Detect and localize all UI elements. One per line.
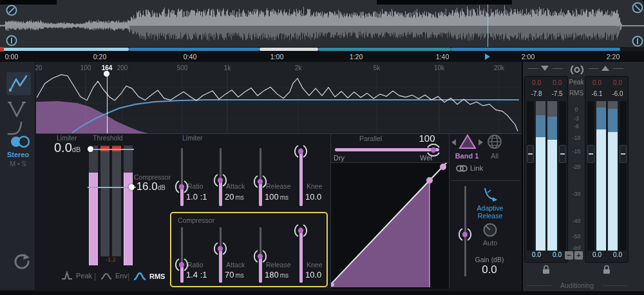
timeline-label: 0:20 (93, 53, 106, 61)
gain-fader-handle[interactable] (620, 145, 627, 163)
loop-start-bottom-button[interactable] (6, 35, 17, 46)
level-meter-bar (536, 101, 545, 251)
meter-scale-label: -15 (568, 148, 585, 155)
rms-value: -7.5 (551, 90, 562, 97)
frequency-axis-label: 500 (177, 64, 188, 71)
limiter-threshold-node[interactable] (440, 164, 446, 170)
waveform-display[interactable] (0, 5, 644, 47)
input-gain-down-icon[interactable] (541, 66, 549, 71)
frequency-axis-label: 200 (117, 64, 128, 71)
scrollbar-segment[interactable] (260, 48, 318, 51)
scrollbar-segment[interactable] (129, 48, 260, 51)
compressor-threshold-line[interactable] (88, 187, 134, 188)
band-selector-label[interactable]: Band 1 (451, 152, 483, 160)
gain-fader-handle[interactable] (587, 145, 594, 163)
limiter-threshold-value[interactable]: 0.0dB (54, 140, 80, 155)
fader-channel[interactable] (527, 101, 534, 251)
auto-gain-label[interactable]: Auto (480, 239, 500, 247)
clip-indicator (0, 47, 4, 52)
compressor_section-knee-fill (299, 231, 303, 283)
band-gain-value[interactable]: 0.0 (472, 263, 507, 276)
all-bands-label[interactable]: All (486, 152, 503, 160)
timeline-label: 2:20 (607, 53, 620, 61)
parallel-mix-slider[interactable] (335, 148, 439, 151)
param-value[interactable]: 70ms (225, 270, 244, 280)
adaptive-release-label-1[interactable]: Adaptive (473, 204, 507, 212)
rms-value: -6.1 (591, 90, 602, 97)
input-meter-group: 0.00.0-7.8-7.50.00.0 (524, 76, 568, 263)
param-value[interactable]: 180ms (265, 270, 289, 280)
adaptive-release-icon[interactable] (482, 187, 498, 204)
auto-gain-knob-icon[interactable] (482, 222, 498, 238)
waveform-scrollbar[interactable] (0, 47, 644, 52)
compressor-threshold-node[interactable] (426, 177, 433, 184)
param-label: Release (266, 261, 291, 269)
gain-minus-button[interactable]: − (565, 251, 573, 260)
fader-channel[interactable] (587, 101, 594, 251)
param-value[interactable]: 20ms (225, 192, 244, 202)
link-chain-icon[interactable] (456, 165, 468, 172)
frequency-axis-label: 5k (374, 64, 381, 71)
detection-mode-env[interactable]: Env (100, 271, 128, 280)
param-label: Release (266, 182, 291, 190)
crossover-cutoff-handle[interactable] (104, 71, 109, 77)
link-label[interactable]: Link (470, 164, 483, 172)
timeline-label: 1:40 (436, 53, 449, 61)
loop-end-top-button[interactable] (632, 2, 643, 14)
param-value[interactable]: 10.0 (305, 192, 323, 202)
adaptive-release-label-2[interactable]: Release (473, 212, 507, 220)
compressor-threshold-value[interactable]: -16.0dB (133, 180, 166, 193)
scrollbar-segment[interactable] (318, 48, 451, 51)
reset-icon[interactable] (13, 252, 31, 271)
scrollbar-segment[interactable] (451, 48, 620, 51)
rms-value: -7.8 (531, 90, 542, 97)
gain-plus-button[interactable]: + (574, 251, 583, 260)
frequency-axis-label: 100 (80, 64, 91, 71)
scrollbar-segment[interactable] (3, 48, 129, 51)
param-value[interactable]: 1.0 :1 (186, 192, 209, 202)
wet-label: Wet (420, 154, 432, 162)
compressor_section-attack-knob[interactable] (213, 241, 228, 256)
frequency-axis-label: 2k (295, 64, 302, 71)
frequency-axis-label: 10k (434, 64, 444, 71)
frequency-axis-label: 1k (224, 64, 231, 71)
param-value[interactable]: 1.4 :1 (186, 270, 209, 280)
fader-channel[interactable] (559, 101, 566, 251)
param-label: Ratio (187, 261, 204, 269)
input-lock-icon[interactable] (542, 265, 551, 274)
detection-mode-peak[interactable]: Peak (61, 271, 92, 280)
playhead-cursor[interactable] (488, 5, 488, 47)
meter-scale-label: -6 (568, 123, 585, 129)
rms-scale-label: RMS (568, 90, 585, 97)
band-gain-knob[interactable] (457, 227, 473, 242)
output-lock-icon[interactable] (602, 265, 611, 274)
stereo-mode-icon[interactable] (9, 134, 31, 149)
next-band-arrow[interactable] (478, 139, 483, 146)
loop-end-bottom-button[interactable] (632, 35, 643, 47)
param-value[interactable]: 100ms (265, 192, 289, 202)
output-gain-up-icon[interactable] (601, 66, 609, 71)
detection-mode-rms[interactable]: RMS (133, 271, 165, 281)
param-label: Attack (226, 182, 245, 190)
detection-filter-icon[interactable] (6, 72, 31, 95)
mid-side-mode-label[interactable]: M • S (3, 160, 33, 167)
param-value[interactable]: 10.0 (305, 270, 323, 280)
band-shape-icon[interactable] (458, 133, 477, 151)
play-position-marker[interactable] (485, 53, 490, 60)
stereo-link-meters-icon[interactable] (569, 64, 585, 75)
prev-band-arrow[interactable] (451, 139, 456, 146)
gain-fader-handle[interactable] (527, 145, 534, 163)
fader-value: 0.0 (613, 251, 622, 258)
all-bands-globe-icon[interactable] (486, 133, 503, 150)
timeline-ruler[interactable]: 0:000:200:401:001:201:402:002:20 (0, 52, 644, 62)
compressor_section-knee-knob[interactable] (293, 223, 308, 238)
limiter-threshold-line[interactable] (88, 149, 134, 150)
fader-channel[interactable] (620, 101, 627, 251)
loop-start-top-button[interactable] (6, 5, 17, 16)
crossover-view-icon[interactable] (6, 99, 28, 119)
limiter-threshold-handle[interactable] (88, 146, 93, 152)
stereo-mode-label[interactable]: Stereo (3, 151, 33, 158)
limiter_section-knee-knob[interactable] (293, 144, 308, 159)
meter-scale-label: -3 (568, 115, 585, 122)
gain-fader-handle[interactable] (559, 145, 566, 163)
